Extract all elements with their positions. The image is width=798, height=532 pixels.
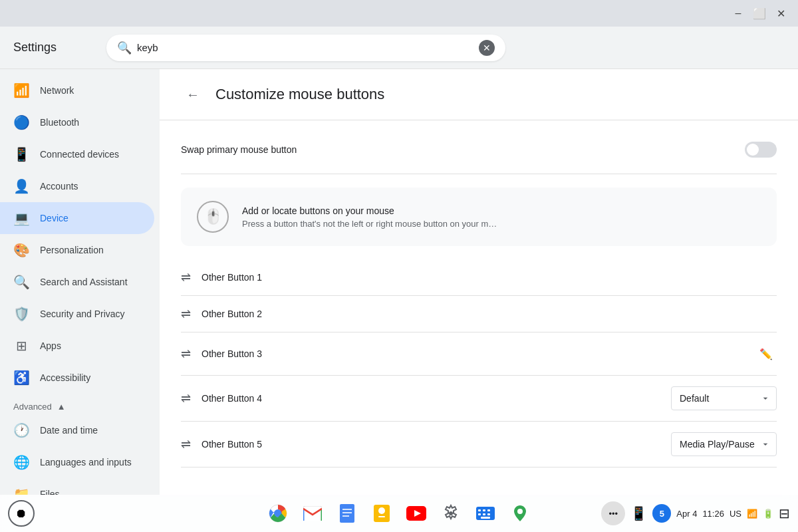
camera-button[interactable]: ⏺ — [8, 500, 35, 527]
content-area: ← Customize mouse buttons Swap primary m… — [160, 69, 798, 495]
sidebar-item-bluetooth[interactable]: 🔵 Bluetooth — [0, 106, 154, 138]
taskbar-multiwindow-icon: ⊟ — [779, 505, 790, 521]
taskbar-app-settings[interactable] — [435, 497, 467, 529]
title-bar: – ⬜ ✕ — [0, 0, 798, 27]
sidebar-item-date-time[interactable]: 🕐 Date and time — [0, 414, 154, 446]
app-window: Settings 🔍 ✕ 📶 Network 🔵 Bluetooth 📱 Con… — [0, 27, 798, 532]
advanced-chevron-icon: ▲ — [57, 402, 66, 412]
advanced-section[interactable]: Advanced ▲ — [0, 394, 160, 414]
button-3-actions: ✏️ — [755, 343, 777, 364]
button-row-4: ⇌ Other Button 4 Default Volume on/off M… — [181, 376, 777, 422]
taskbar-left: ⏺ — [8, 500, 35, 527]
taskbar-phone-icon: 📱 — [630, 505, 647, 521]
taskbar-right: ••• 📱 5 Apr 4 11:26 US 📶 🔋 ⊟ — [601, 501, 790, 525]
sidebar-item-label: Device — [40, 213, 68, 223]
taskbar: ⏺ ••• 📱 5 Apr 4 11:26 — [0, 495, 798, 532]
mouse-card-subtitle: Press a button that's not the left or ri… — [242, 219, 497, 229]
taskbar-app-keyboard[interactable] — [469, 497, 501, 529]
taskbar-app-keep[interactable] — [366, 497, 398, 529]
sidebar-item-personalization[interactable]: 🎨 Personalization — [0, 234, 154, 266]
search-bar: 🔍 ✕ — [106, 35, 505, 61]
button-row-3: ⇌ Other Button 3 ✏️ Default Volume on/of… — [181, 332, 777, 376]
content-body: Swap primary mouse button 🖱️ Add or loca… — [160, 120, 798, 483]
button-5-dropdown[interactable]: Default Volume on/off Microphone on/off … — [671, 432, 777, 456]
edit-button-3[interactable]: ✏️ — [755, 343, 777, 364]
sidebar: 📶 Network 🔵 Bluetooth 📱 Connected device… — [0, 69, 160, 495]
sidebar-item-accounts[interactable]: 👤 Accounts — [0, 170, 154, 202]
sidebar-item-files[interactable]: 📁 Files — [0, 478, 154, 495]
advanced-label: Advanced — [13, 402, 52, 412]
search-clear-button[interactable]: ✕ — [479, 40, 495, 56]
content-header: ← Customize mouse buttons — [160, 69, 798, 120]
wifi-icon: 📶 — [13, 82, 29, 98]
taskbar-app-youtube[interactable] — [400, 497, 432, 529]
swap-label: Swap primary mouse button — [181, 144, 297, 155]
svg-point-8 — [378, 507, 385, 514]
sidebar-item-network[interactable]: 📶 Network — [0, 74, 154, 106]
sidebar-item-device[interactable]: 💻 Device — [0, 202, 154, 234]
sidebar-item-apps[interactable]: ⊞ Apps — [0, 330, 154, 362]
button-4-dropdown[interactable]: Default Volume on/off Microphone on/off … — [671, 386, 777, 410]
svg-point-21 — [517, 509, 523, 514]
svg-rect-18 — [483, 513, 485, 515]
svg-rect-16 — [487, 509, 490, 511]
back-button[interactable]: ← — [181, 82, 205, 106]
sidebar-item-search-assistant[interactable]: 🔍 Search and Assistant — [0, 266, 154, 298]
app-title: Settings — [13, 41, 93, 55]
sidebar-item-label: Bluetooth — [40, 117, 79, 128]
sidebar-item-label: Personalization — [40, 245, 104, 255]
laptop-icon: 💻 — [13, 210, 29, 226]
shield-icon: 🛡️ — [13, 306, 29, 322]
svg-rect-15 — [483, 509, 485, 511]
button-adjust-icon-4: ⇌ — [181, 391, 191, 406]
taskbar-time: 11:26 — [702, 509, 724, 519]
taskbar-overflow-button[interactable]: ••• — [601, 501, 625, 525]
button-adjust-icon-5: ⇌ — [181, 437, 191, 452]
svg-rect-4 — [342, 509, 352, 510]
folder-icon: 📁 — [13, 486, 29, 495]
sidebar-item-label: Accounts — [40, 181, 78, 192]
swap-toggle[interactable] — [745, 142, 777, 158]
sidebar-item-label: Files — [40, 489, 60, 495]
header: Settings 🔍 ✕ — [0, 27, 798, 69]
taskbar-app-chrome[interactable] — [262, 497, 294, 529]
taskbar-locale: US — [730, 509, 741, 519]
sidebar-item-connected-devices[interactable]: 📱 Connected devices — [0, 138, 154, 170]
brush-icon: 🎨 — [13, 242, 29, 258]
devices-icon: 📱 — [13, 146, 29, 162]
taskbar-app-docs[interactable] — [331, 497, 363, 529]
sidebar-item-label: Accessibility — [40, 372, 90, 383]
mouse-icon: 🖱️ — [197, 201, 229, 233]
sidebar-item-label: Network — [40, 85, 74, 96]
mouse-card[interactable]: 🖱️ Add or locate buttons on your mouse P… — [181, 188, 777, 246]
maximize-button[interactable]: ⬜ — [750, 4, 769, 23]
svg-point-12 — [449, 511, 453, 515]
search-icon: 🔍 — [117, 41, 132, 55]
svg-rect-19 — [487, 513, 490, 515]
sidebar-item-languages[interactable]: 🌐 Languages and inputs — [0, 446, 154, 478]
sidebar-item-security-privacy[interactable]: 🛡️ Security and Privacy — [0, 298, 154, 330]
minimize-button[interactable]: – — [729, 4, 747, 23]
sidebar-item-label: Search and Assistant — [40, 277, 128, 287]
search-input[interactable] — [137, 42, 473, 53]
taskbar-app-gmail[interactable] — [297, 497, 329, 529]
svg-rect-14 — [478, 509, 481, 511]
svg-rect-17 — [478, 513, 481, 515]
button-adjust-icon-3: ⇌ — [181, 346, 191, 361]
button-label-2: Other Button 2 — [201, 309, 777, 319]
svg-rect-9 — [378, 516, 385, 517]
page-title: Customize mouse buttons — [215, 86, 384, 103]
taskbar-app-maps[interactable] — [504, 497, 536, 529]
button-row-1: ⇌ Other Button 1 — [181, 259, 777, 296]
globe-icon: 🌐 — [13, 454, 29, 470]
close-button[interactable]: ✕ — [771, 4, 790, 23]
person-icon: 👤 — [13, 178, 29, 194]
button-label-3: Other Button 3 — [201, 348, 755, 359]
button-row-5: ⇌ Other Button 5 Default Volume on/off M… — [181, 422, 777, 467]
button-label-5: Other Button 5 — [201, 439, 671, 450]
sidebar-item-label: Security and Privacy — [40, 309, 125, 319]
mouse-card-title: Add or locate buttons on your mouse — [242, 205, 497, 216]
sidebar-item-accessibility[interactable]: ♿ Accessibility — [0, 362, 154, 394]
main-layout: 📶 Network 🔵 Bluetooth 📱 Connected device… — [0, 69, 798, 495]
button-adjust-icon-2: ⇌ — [181, 307, 191, 321]
